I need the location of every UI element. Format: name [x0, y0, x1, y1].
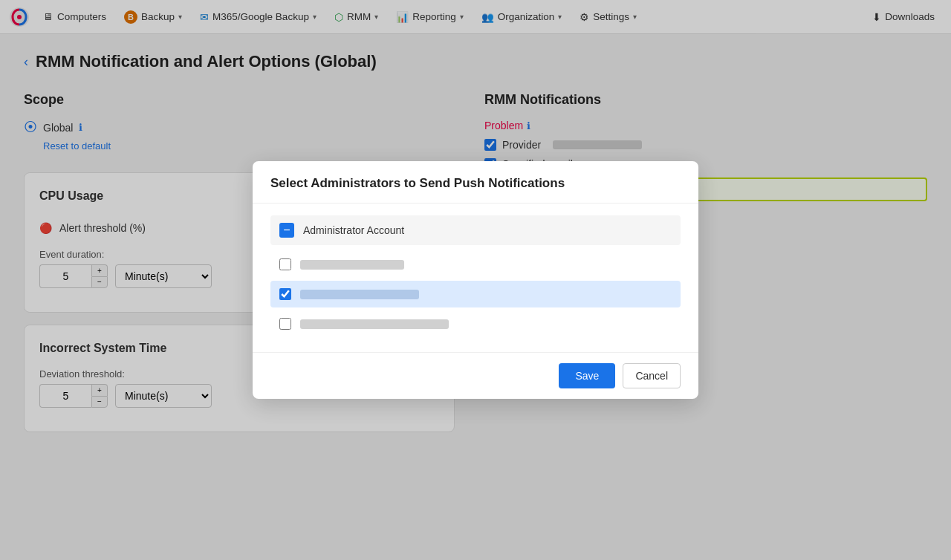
admin-row-3-checkbox[interactable]: [279, 318, 291, 330]
admin-row-2: [270, 281, 681, 307]
admin-row-2-blurred: [300, 290, 419, 299]
cancel-button[interactable]: Cancel: [623, 363, 681, 388]
modal-title: Select Administrators to Send Push Notif…: [270, 176, 681, 191]
modal-overlay[interactable]: Select Administrators to Send Push Notif…: [0, 0, 951, 462]
push-notifications-modal: Select Administrators to Send Push Notif…: [253, 161, 698, 399]
admin-account-header-row: − Administrator Account: [270, 215, 681, 245]
admin-collapse-button[interactable]: −: [279, 223, 294, 238]
admin-row-2-checkbox[interactable]: [279, 288, 291, 300]
modal-header: Select Administrators to Send Push Notif…: [253, 161, 698, 204]
admin-row-3-blurred: [300, 319, 449, 329]
admin-account-label: Administrator Account: [303, 224, 404, 236]
modal-body: − Administrator Account: [253, 204, 698, 352]
modal-footer: Save Cancel: [253, 352, 698, 399]
admin-row-3: [270, 310, 681, 337]
admin-row-1-blurred: [300, 260, 404, 270]
admin-row-1-checkbox[interactable]: [279, 258, 291, 270]
save-button[interactable]: Save: [559, 363, 615, 388]
admin-row-1: [270, 251, 681, 278]
